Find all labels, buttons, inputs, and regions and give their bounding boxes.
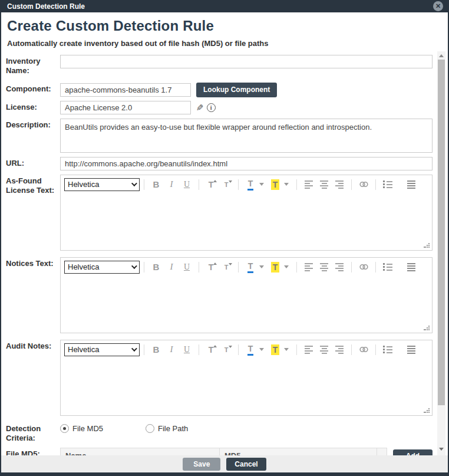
scrollbar-thumb[interactable]: [438, 60, 445, 405]
cancel-button[interactable]: Cancel: [226, 458, 266, 471]
ordered-list-button[interactable]: [380, 343, 395, 357]
underline-button[interactable]: U: [179, 260, 194, 274]
bold-button[interactable]: B: [148, 260, 164, 274]
row-detection-criteria: Detection Criteria: File MD5 File Path: [1, 422, 433, 444]
highlight-color-dropdown-icon[interactable]: [284, 183, 289, 186]
file-md5-radio-label: File MD5: [72, 424, 103, 433]
italic-button[interactable]: I: [164, 178, 179, 192]
justify-button[interactable]: [404, 343, 419, 357]
align-center-button[interactable]: [316, 343, 332, 357]
caret-down-icon: [229, 263, 232, 265]
scroll-up-icon[interactable]: [439, 54, 444, 57]
inventory-name-input[interactable]: [60, 55, 433, 68]
resize-grip-icon[interactable]: [424, 242, 430, 248]
scroll-down-icon[interactable]: [439, 448, 444, 451]
chevron-down-icon: [131, 180, 137, 186]
toolbar-divider: [351, 262, 352, 273]
ordered-list-button[interactable]: [380, 260, 395, 274]
italic-button[interactable]: I: [164, 260, 179, 274]
decrease-font-size-button[interactable]: T: [219, 178, 234, 192]
align-right-button[interactable]: [332, 178, 347, 192]
rte-toolbar: Helvetica B I U T T T T: [61, 340, 432, 359]
align-right-button[interactable]: [332, 343, 347, 357]
ordered-list-button[interactable]: [380, 178, 395, 192]
decrease-font-size-button[interactable]: T: [219, 343, 234, 357]
insert-link-button[interactable]: [356, 260, 371, 274]
file-md5-table: Name MD5: [60, 448, 387, 455]
toolbar-divider: [351, 344, 352, 355]
toolbar-divider: [199, 179, 199, 190]
toolbar-divider: [144, 262, 144, 273]
font-select[interactable]: Helvetica: [64, 343, 140, 356]
highlight-color-dropdown-icon[interactable]: [284, 265, 289, 268]
italic-button[interactable]: I: [164, 343, 179, 357]
highlight-color-button[interactable]: T: [268, 178, 283, 192]
align-center-button[interactable]: [316, 260, 332, 274]
rich-text-area[interactable]: [61, 359, 432, 415]
justify-button[interactable]: [404, 260, 419, 274]
text-color-dropdown-icon[interactable]: [259, 183, 264, 186]
text-color-button[interactable]: T: [243, 260, 258, 274]
increase-font-size-button[interactable]: T: [203, 178, 219, 192]
highlight-color-dropdown-icon[interactable]: [284, 348, 289, 351]
bold-button[interactable]: B: [148, 343, 164, 357]
column-header-name[interactable]: Name: [61, 448, 220, 455]
text-color-button[interactable]: T: [243, 343, 258, 357]
justify-button[interactable]: [404, 178, 419, 192]
file-md5-radio[interactable]: [60, 424, 69, 433]
underline-button[interactable]: U: [179, 343, 194, 357]
caret-down-icon: [229, 180, 232, 183]
text-color-button[interactable]: T: [243, 178, 258, 192]
align-center-button[interactable]: [316, 178, 332, 192]
close-icon[interactable]: ✕: [433, 1, 443, 11]
edit-license-pencil-icon[interactable]: ✎: [196, 103, 204, 112]
row-notices-text: Notices Text: Helvetica B I U T T T T: [1, 257, 433, 333]
license-info-icon[interactable]: i: [207, 103, 216, 112]
highlight-color-button[interactable]: T: [268, 343, 283, 357]
row-description: Description: BeanUtils provides an easy-…: [1, 119, 433, 153]
text-color-dropdown-icon[interactable]: [259, 348, 264, 351]
radio-option-file-md5[interactable]: File MD5: [60, 424, 103, 433]
dialog-footer: Save Cancel: [1, 455, 448, 472]
row-license: License: ✎ i: [1, 101, 433, 114]
align-left-button[interactable]: [301, 343, 316, 357]
radio-option-file-path[interactable]: File Path: [146, 424, 188, 433]
license-input[interactable]: [60, 101, 191, 114]
link-icon: [359, 263, 369, 271]
toolbar-divider: [296, 179, 297, 190]
file-path-radio[interactable]: [146, 424, 154, 433]
add-file-button[interactable]: Add File: [393, 449, 433, 455]
rich-text-area[interactable]: [61, 277, 432, 333]
increase-font-size-button[interactable]: T: [203, 260, 219, 274]
toolbar-divider: [351, 179, 352, 190]
underline-button[interactable]: U: [179, 178, 194, 192]
file-md5-label: File MD5:: [1, 448, 60, 455]
lookup-component-button[interactable]: Lookup Component: [196, 83, 277, 97]
align-left-icon: [305, 263, 313, 271]
insert-link-button[interactable]: [356, 343, 371, 357]
font-select[interactable]: Helvetica: [64, 261, 140, 274]
as-found-license-text-label: As-Found License Text:: [1, 175, 60, 196]
toolbar-divider: [375, 262, 376, 273]
resize-grip-icon[interactable]: [424, 324, 430, 330]
bold-button[interactable]: B: [148, 178, 164, 192]
description-textarea[interactable]: BeanUtils provides an easy-to-use but fl…: [60, 119, 433, 153]
save-button[interactable]: Save: [183, 458, 220, 471]
text-color-dropdown-icon[interactable]: [259, 265, 264, 268]
insert-link-button[interactable]: [356, 178, 371, 192]
rich-text-area[interactable]: [61, 194, 432, 250]
description-label: Description:: [1, 119, 60, 130]
align-left-button[interactable]: [301, 178, 316, 192]
vertical-scrollbar[interactable]: [437, 51, 445, 455]
font-select[interactable]: Helvetica: [64, 178, 140, 191]
increase-font-size-button[interactable]: T: [203, 343, 219, 357]
notices-text-label: Notices Text:: [1, 257, 60, 268]
align-left-button[interactable]: [301, 260, 316, 274]
decrease-font-size-button[interactable]: T: [219, 260, 234, 274]
url-input[interactable]: [60, 157, 433, 170]
align-right-button[interactable]: [332, 260, 347, 274]
resize-grip-icon[interactable]: [424, 407, 430, 413]
highlight-color-button[interactable]: T: [268, 260, 283, 274]
column-header-md5[interactable]: MD5: [220, 448, 377, 455]
component-input[interactable]: [60, 83, 191, 97]
